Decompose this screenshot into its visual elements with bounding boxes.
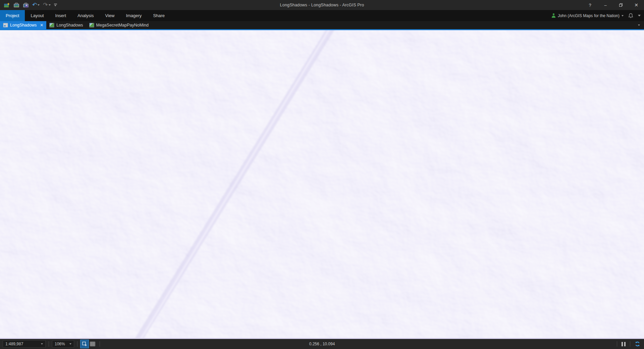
view-tab-label: LongShadows <box>10 23 37 28</box>
window-controls: ? – ✕ <box>582 0 644 10</box>
ribbon-tab-label: Analysis <box>77 13 94 18</box>
quick-access-toolbar: ↶ ↷ <box>0 1 58 9</box>
new-project-button[interactable] <box>3 1 11 9</box>
status-bar-right <box>614 340 641 348</box>
status-bar: 1:489,987 106% 0.256 <box>0 339 644 349</box>
ribbon-tab-analysis[interactable]: Analysis <box>72 10 99 21</box>
ribbon-tab-view[interactable]: View <box>99 10 120 21</box>
window-title: LongShadows - LongShadows - ArcGIS Pro <box>0 3 644 7</box>
layout-view-icon <box>3 23 8 28</box>
divider <box>630 341 630 347</box>
grid-icon <box>90 342 95 346</box>
help-button[interactable]: ? <box>582 0 598 10</box>
ribbon-tab-project[interactable]: Project <box>0 10 25 21</box>
view-tab-label: LongShadows <box>56 23 83 28</box>
ribbon-tab-label: Layout <box>31 13 44 18</box>
view-tab-bar: LongShadows ✕ LongShadows MegaSecretMapP… <box>0 21 644 30</box>
chevron-down-icon <box>69 343 71 345</box>
restore-icon <box>619 3 623 7</box>
ribbon-tab-label: Insert <box>55 13 66 18</box>
divider <box>49 341 49 347</box>
close-view-tab-icon[interactable]: ✕ <box>40 23 43 28</box>
signed-in-account[interactable]: John (ArcGIS Maps for the Nation) <box>551 13 624 18</box>
ribbon-tab-label: Imagery <box>126 13 142 18</box>
zoom-percent-combobox[interactable]: 106% <box>52 340 74 348</box>
divider <box>617 341 617 347</box>
ribbon-tab-bar: Project Layout Insert Analysis View Imag… <box>0 10 644 21</box>
ribbon-tab-label: View <box>105 13 114 18</box>
map-view-icon <box>89 23 94 28</box>
ribbon-tab-imagery[interactable]: Imagery <box>120 10 147 21</box>
notifications-button[interactable] <box>628 13 633 18</box>
account-name: John (ArcGIS Maps for the Nation) <box>558 13 620 18</box>
map-view-icon <box>49 23 54 28</box>
redo-dropdown-caret-icon[interactable] <box>49 4 51 6</box>
ribbon-tab-label: Share <box>153 13 165 18</box>
open-project-button[interactable] <box>12 1 20 9</box>
minimize-icon: – <box>604 3 606 8</box>
restore-button[interactable] <box>613 0 629 10</box>
frame-plus-icon <box>82 341 87 347</box>
chevron-down-icon <box>638 15 641 16</box>
divider <box>100 341 100 347</box>
undo-dropdown-caret-icon[interactable] <box>38 4 40 6</box>
bell-icon <box>628 13 633 18</box>
refresh-icon <box>635 341 640 347</box>
pause-icon <box>622 342 623 346</box>
refresh-view-button[interactable] <box>633 340 641 348</box>
ribbon-tab-insert[interactable]: Insert <box>50 10 72 21</box>
map-scale-combobox[interactable]: 1:489,987 <box>3 340 46 348</box>
chevron-down-icon <box>41 343 43 345</box>
cursor-coordinates: 0.256 , 10.094 <box>0 342 644 346</box>
minimize-button[interactable]: – <box>598 0 613 10</box>
customize-toolbar-icon <box>54 4 57 6</box>
view-tab-megasecretmap[interactable]: MegaSecretMapPayNoMind <box>86 21 152 29</box>
ribbon-tab-layout[interactable]: Layout <box>25 10 49 21</box>
ribbon-tab-label: Project <box>6 13 19 18</box>
map-scale-value: 1:489,987 <box>5 342 23 346</box>
ribbon-right-controls: John (ArcGIS Maps for the Nation) <box>551 10 644 21</box>
arcgis-pro-window: ↶ ↷ LongShadows - LongShadows - ArcGIS P… <box>0 0 644 349</box>
view-tab-longshadows-map[interactable]: LongShadows <box>46 21 86 29</box>
view-tab-overflow-button[interactable] <box>638 21 644 29</box>
zoom-percent-value: 106% <box>55 342 65 346</box>
close-icon: ✕ <box>634 2 638 8</box>
redo-button[interactable]: ↷ <box>42 1 51 9</box>
save-project-icon <box>23 2 29 8</box>
chevron-down-icon <box>638 24 640 26</box>
new-map-frame-toggle[interactable] <box>80 340 89 348</box>
ribbon-tab-share[interactable]: Share <box>147 10 170 21</box>
help-icon: ? <box>589 3 591 8</box>
collapse-ribbon-button[interactable] <box>638 15 641 16</box>
divider <box>77 341 77 347</box>
hillshade-terrain <box>0 30 644 338</box>
map-view[interactable] <box>0 30 644 339</box>
view-tab-longshadows-layout[interactable]: LongShadows ✕ <box>0 21 46 29</box>
title-bar: ↶ ↷ LongShadows - LongShadows - ArcGIS P… <box>0 0 644 10</box>
open-project-icon <box>13 2 19 8</box>
ribbon-tabs: Project Layout Insert Analysis View Imag… <box>0 10 170 21</box>
undo-icon: ↶ <box>32 2 37 8</box>
save-project-button[interactable] <box>22 1 30 9</box>
pause-drawing-button[interactable] <box>620 342 627 346</box>
view-tab-label: MegaSecretMapPayNoMind <box>96 23 149 28</box>
account-dropdown-caret-icon <box>622 15 624 16</box>
close-button[interactable]: ✕ <box>629 0 644 10</box>
customize-quick-access-button[interactable] <box>53 1 58 9</box>
user-icon <box>551 13 556 18</box>
undo-button[interactable]: ↶ <box>31 1 41 9</box>
new-project-icon <box>4 2 10 8</box>
redo-icon: ↷ <box>43 2 48 8</box>
layout-grid-toggle[interactable] <box>89 340 97 348</box>
